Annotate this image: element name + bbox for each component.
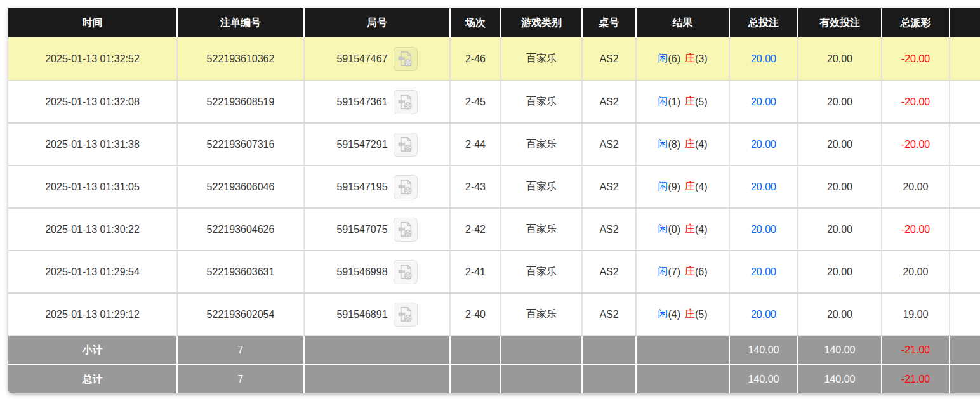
table-body: 2025-01-13 01:32:52 522193610362 5915474… (8, 37, 980, 335)
header-valid-bet: 有效投注 (797, 8, 881, 37)
cell-round-id: 591547467 (303, 37, 449, 80)
player-result-score: (6) (668, 53, 680, 65)
cell-time: 2025-01-13 01:32:08 (8, 81, 176, 122)
bet-records-table: 时间 注单编号 局号 场次 游戏类别 桌号 结果 总投注 有效投注 总派彩 20… (8, 8, 980, 393)
cell-table-no: AS2 (581, 37, 635, 80)
cell-payout: -20.00 (881, 209, 949, 250)
player-result-label: 闲 (658, 52, 668, 65)
cell-game-type: 百家乐 (500, 37, 581, 80)
subtotal-empty-cell (449, 336, 500, 364)
cell-payout: -20.00 (881, 124, 949, 165)
subtotal-empty-cell (500, 336, 581, 364)
video-replay-button[interactable] (394, 218, 418, 242)
cell-bet-id: 522193604626 (176, 209, 303, 250)
video-replay-button[interactable] (394, 260, 418, 284)
subtotal-empty-cell (635, 336, 729, 364)
cell-bet-id: 522193603631 (176, 251, 303, 292)
cell-result: 闲(8)庄(4) (635, 124, 729, 165)
banker-result-score: (4) (695, 224, 708, 235)
player-result-label: 闲 (658, 223, 668, 236)
player-result-score: (0) (668, 224, 680, 235)
cell-game-type: 百家乐 (500, 166, 581, 207)
table-row[interactable]: 2025-01-13 01:31:05 522193606046 5915471… (8, 165, 980, 207)
table-row[interactable]: 2025-01-13 01:32:08 522193608519 5915473… (8, 80, 980, 122)
subtotal-row: 小计 7 140.00 140.00 -21.00 (8, 335, 980, 364)
cell-bet-id: 522193606046 (176, 166, 303, 207)
table-row[interactable]: 2025-01-13 01:32:52 522193610362 5915474… (8, 37, 980, 80)
grand-total-count: 7 (176, 365, 303, 393)
video-file-icon (397, 93, 414, 110)
cell-bet-id: 522193607316 (176, 124, 303, 165)
subtotal-payout: -21.00 (881, 336, 949, 364)
round-number: 591546891 (336, 309, 387, 320)
subtotal-empty-cell (303, 336, 449, 364)
header-time: 时间 (8, 8, 176, 37)
table-row[interactable]: 2025-01-13 01:29:12 522193602054 5915468… (8, 292, 980, 335)
cell-session: 2-40 (449, 294, 500, 335)
cell-valid-bet: 20.00 (797, 37, 881, 80)
video-file-icon (397, 136, 414, 153)
cell-bet-id: 522193608519 (176, 81, 303, 122)
video-replay-button[interactable] (394, 303, 418, 327)
video-file-icon (397, 221, 414, 238)
cell-total-bet: 20.00 (729, 209, 797, 250)
player-result-score: (4) (668, 309, 680, 320)
cell-extra (949, 294, 980, 335)
banker-result-label: 庄 (685, 308, 695, 321)
cell-session: 2-44 (449, 124, 500, 165)
player-result-label: 闲 (658, 95, 668, 108)
cell-total-bet: 20.00 (729, 251, 797, 292)
subtotal-count: 7 (176, 336, 303, 364)
banker-result-score: (3) (695, 53, 708, 65)
cell-time: 2025-01-13 01:30:22 (8, 209, 176, 250)
banker-result-label: 庄 (685, 180, 695, 193)
video-file-icon (397, 178, 414, 195)
cell-time: 2025-01-13 01:31:05 (8, 166, 176, 207)
subtotal-valid-bet: 140.00 (797, 336, 881, 364)
table-header-row: 时间 注单编号 局号 场次 游戏类别 桌号 结果 总投注 有效投注 总派彩 (8, 8, 980, 37)
grand-total-valid-bet: 140.00 (797, 365, 881, 393)
header-total-bet: 总投注 (729, 8, 797, 37)
cell-round-id: 591546891 (303, 294, 449, 335)
header-result: 结果 (635, 8, 729, 37)
header-extra (949, 8, 980, 37)
video-replay-button[interactable] (394, 90, 418, 114)
video-replay-button[interactable] (394, 175, 418, 199)
cell-result: 闲(1)庄(5) (635, 81, 729, 122)
table-row[interactable]: 2025-01-13 01:30:22 522193604626 5915470… (8, 207, 980, 250)
header-payout: 总派彩 (881, 8, 949, 37)
grand-total-total-bet: 140.00 (729, 365, 797, 393)
banker-result-score: (5) (695, 96, 708, 108)
banker-result-label: 庄 (685, 95, 695, 108)
table-row[interactable]: 2025-01-13 01:29:54 522193603631 5915469… (8, 250, 980, 292)
cell-total-bet: 20.00 (729, 294, 797, 335)
cell-game-type: 百家乐 (500, 251, 581, 292)
subtotal-empty-cell (949, 336, 980, 364)
video-replay-button[interactable] (394, 47, 418, 71)
cell-session: 2-46 (449, 37, 500, 80)
player-result-label: 闲 (658, 138, 668, 151)
cell-payout: 20.00 (881, 251, 949, 292)
cell-extra (949, 251, 980, 292)
player-result-score: (8) (668, 139, 680, 150)
cell-result: 闲(0)庄(4) (635, 209, 729, 250)
cell-extra (949, 166, 980, 207)
header-table-no: 桌号 (581, 8, 635, 37)
round-number: 591547075 (336, 224, 387, 235)
round-number: 591546998 (336, 266, 387, 278)
banker-result-score: (4) (695, 181, 708, 193)
cell-payout: 19.00 (881, 294, 949, 335)
cell-table-no: AS2 (581, 251, 635, 292)
cell-game-type: 百家乐 (500, 294, 581, 335)
player-result-label: 闲 (658, 265, 668, 278)
video-file-icon (397, 50, 414, 67)
player-result-score: (7) (668, 266, 680, 278)
table-row[interactable]: 2025-01-13 01:31:38 522193607316 5915472… (8, 122, 980, 165)
subtotal-total-bet: 140.00 (729, 336, 797, 364)
cell-session: 2-45 (449, 81, 500, 122)
video-replay-button[interactable] (394, 133, 418, 157)
cell-valid-bet: 20.00 (797, 209, 881, 250)
cell-round-id: 591546998 (303, 251, 449, 292)
cell-bet-id: 522193602054 (176, 294, 303, 335)
banker-result-label: 庄 (685, 138, 695, 151)
